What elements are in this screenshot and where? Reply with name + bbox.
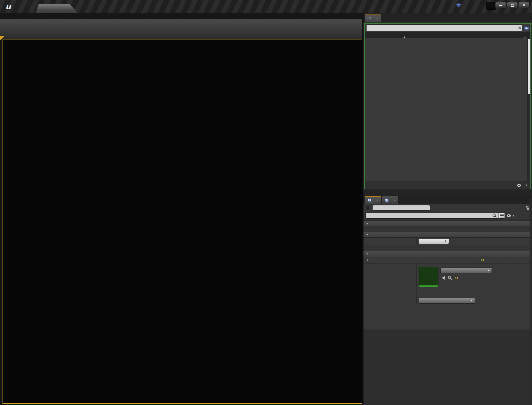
viewport-corner-marker (0, 36, 4, 40)
outliner-list-icon (367, 17, 372, 21)
grid-icon (500, 214, 504, 217)
tutorial-cap-icon[interactable] (455, 3, 462, 9)
selected-objects-dropdown[interactable] (372, 205, 430, 211)
dmx-library-row: ▼ ↺ (364, 264, 532, 296)
category-transform[interactable]: ▼ (364, 221, 532, 227)
category-dmx[interactable]: ▼ (364, 251, 532, 257)
window-title (486, 2, 496, 10)
clear-search-icon[interactable]: ✕ (517, 26, 523, 30)
use-selected-asset-icon[interactable] (442, 276, 445, 280)
minimize-button[interactable] (495, 2, 506, 8)
world-outliner-panel: ✕ ▲ ▼ ▼ (364, 23, 531, 189)
display-filter-button[interactable]: ▼ (506, 214, 515, 217)
outliner-search-input[interactable] (366, 24, 522, 31)
maximize-button[interactable] (507, 2, 518, 8)
title-bar: u ✕ (0, 0, 532, 13)
search-icon (492, 214, 497, 218)
property-matrix-button[interactable] (498, 213, 505, 219)
tab-details[interactable]: i × (365, 196, 381, 204)
browse-asset-icon[interactable] (448, 276, 452, 280)
outliner-tab-bar: × (364, 13, 532, 22)
fixture-patch-ref-header[interactable]: ▼ ↺ (364, 257, 532, 264)
category-dmx-light-fixture[interactable]: ▼ (364, 232, 532, 238)
details-info-icon: i (367, 198, 372, 203)
dmx-library-thumbnail[interactable] (419, 267, 438, 287)
close-tab-icon[interactable]: × (377, 198, 379, 202)
outliner-scrollbar[interactable] (527, 38, 530, 182)
property-row-quality-level: ▼ (364, 238, 532, 245)
quality-level-dropdown[interactable]: ▼ (419, 238, 449, 244)
close-tab-icon[interactable]: × (394, 198, 396, 202)
lock-open-icon[interactable] (526, 206, 530, 210)
details-search-row: ▼ (364, 212, 532, 220)
details-search-input[interactable] (365, 213, 498, 219)
close-button[interactable]: ✕ (519, 2, 530, 8)
tab-world-settings[interactable]: × (382, 196, 398, 204)
selection-dot-icon (366, 206, 370, 210)
details-scrollbar[interactable] (530, 198, 532, 405)
right-dock-panel: × ✕ ▲ ▼ (364, 13, 532, 405)
outliner-status-bar: ▼ (365, 182, 530, 189)
view-options-button[interactable]: ▼ (517, 184, 527, 187)
reset-icon[interactable]: ↺ (455, 276, 458, 280)
unreal-editor-window: u ✕ × (0, 0, 532, 405)
tab-world-outliner[interactable]: × (365, 14, 381, 22)
world-settings-globe-icon (385, 198, 389, 202)
reset-icon[interactable]: ↺ (481, 258, 484, 262)
selected-objects-row (364, 204, 532, 212)
dmx-library-dropdown[interactable]: ▼ (441, 268, 492, 273)
viewport-scene[interactable] (3, 40, 362, 403)
level-viewport[interactable] (2, 39, 362, 404)
fixture-patch-dropdown[interactable]: ▼ (419, 298, 475, 304)
menu-bar (0, 13, 362, 19)
unreal-logo-icon: u (3, 1, 13, 11)
property-row-fixture-patch: ▼ (364, 296, 532, 305)
scrollbar-thumb[interactable] (528, 39, 530, 95)
details-tab-bar: i × × (364, 195, 532, 204)
close-tab-icon[interactable]: × (377, 17, 378, 21)
eye-icon (506, 214, 511, 217)
main-toolbar (0, 19, 362, 39)
new-folder-icon[interactable] (524, 26, 529, 30)
eye-icon (517, 184, 521, 187)
outliner-column-headers[interactable]: ▲ ▼ (365, 32, 530, 38)
level-tab-main[interactable] (36, 4, 78, 13)
outliner-row-list (365, 38, 530, 182)
